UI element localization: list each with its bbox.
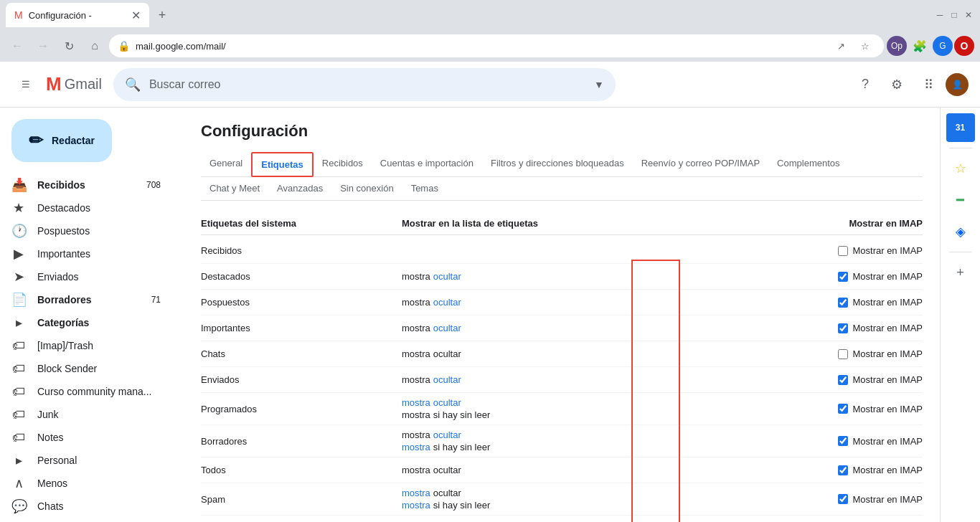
sidebar-item-destacados[interactable]: ★ Destacados [0, 196, 172, 219]
sidebar-item-importantes[interactable]: ▶ Importantes [0, 242, 172, 265]
calendar-panel-button[interactable]: 31 [946, 113, 975, 142]
right-panel-divider-1 [949, 148, 972, 148]
new-tab-button[interactable]: + [152, 5, 172, 25]
menu-button[interactable]: ☰ [11, 70, 40, 99]
tab-filtros[interactable]: Filtros y direcciones bloqueadas [482, 152, 633, 177]
imap-checkbox-pospuestos[interactable] [838, 298, 848, 308]
sidebar-item-pospuestos[interactable]: 🕐 Pospuestos [0, 219, 172, 242]
account-avatar[interactable]: 👤 [946, 73, 969, 96]
show-link-spam[interactable]: mostra [402, 488, 430, 498]
minimize-button[interactable]: ─ [934, 9, 946, 21]
tab-chat-meet[interactable]: Chat y Meet [201, 177, 268, 201]
extensions-icon[interactable]: 🧩 [908, 34, 931, 57]
show-link2-borradores[interactable]: mostra [402, 442, 430, 452]
imap-checkbox-enviados[interactable] [838, 375, 848, 385]
hide-link-destacados[interactable]: ocultar [433, 271, 461, 282]
sidebar-item-chats[interactable]: 💬 Chats [0, 495, 172, 518]
show-link-destacados[interactable]: mostra [402, 271, 430, 282]
search-dropdown-icon[interactable]: ▼ [594, 79, 604, 90]
home-button[interactable]: ⌂ [83, 34, 106, 57]
tab-cuentas[interactable]: Cuentas e importación [372, 152, 482, 177]
hide-link-enviados[interactable]: ocultar [433, 374, 461, 385]
show-link-todos[interactable]: mostra [402, 465, 430, 475]
add-panel-button[interactable]: + [946, 258, 975, 287]
reload-button[interactable]: ↻ [57, 34, 80, 57]
maximize-button[interactable]: □ [948, 9, 960, 21]
search-input[interactable] [149, 78, 585, 91]
sidebar-item-recibidos[interactable]: 📥 Recibidos 708 [0, 174, 172, 196]
help-button[interactable]: ? [851, 70, 880, 99]
inbox-icon: 📥 [11, 177, 26, 193]
imap-checkbox-destacados[interactable] [838, 272, 848, 282]
bookmark-icon[interactable]: ☆ [855, 36, 875, 56]
hide-link-pospuestos[interactable]: ocultar [433, 297, 461, 308]
ocultar-text-spam[interactable]: ocultar [433, 488, 461, 498]
hide-link-importantes[interactable]: ocultar [433, 323, 461, 333]
address-bar[interactable]: 🔒 mail.google.com/mail/ ↗ ☆ [109, 34, 884, 57]
tab-recibidos[interactable]: Recibidos [314, 152, 372, 177]
hide-link-borradores[interactable]: ocultar [433, 430, 461, 440]
sidebar-item-categorias[interactable]: ▸ Categorías [0, 311, 172, 334]
tab-avanzadas[interactable]: Avanzadas [268, 177, 331, 201]
tab-general[interactable]: General [201, 152, 251, 177]
tasks-panel-button[interactable]: ━ [946, 186, 975, 214]
sidebar-label-block-sender: Block Sender [37, 363, 161, 374]
imap-checkbox-importantes[interactable] [838, 323, 848, 333]
imap-checkbox-spam[interactable] [838, 494, 848, 504]
tab-complementos[interactable]: Complementos [768, 152, 848, 177]
imap-checkbox-programados[interactable] [838, 404, 848, 414]
label-row-recibidos: Recibidos Mostrar en IMAP [201, 238, 923, 264]
sidebar-item-curso[interactable]: 🏷 Curso community mana... [0, 380, 172, 403]
show-link-importantes[interactable]: mostra [402, 323, 430, 333]
ocultar-text-chats[interactable]: ocultar [433, 348, 461, 359]
apps-button[interactable]: ⠿ [914, 70, 943, 99]
show-link-chats[interactable]: mostra [402, 348, 430, 359]
ocultar-text-todos[interactable]: ocultar [433, 465, 461, 475]
lock-icon: 🔒 [118, 40, 130, 52]
sidebar-label-curso: Curso community mana... [37, 386, 161, 397]
tab-sin-conexion[interactable]: Sin conexión [331, 177, 402, 201]
show-link-pospuestos[interactable]: mostra [402, 297, 430, 308]
opera-button[interactable]: O [954, 36, 974, 56]
tab-temas[interactable]: Temas [402, 177, 447, 201]
imap-checkbox-recibidos[interactable] [838, 246, 848, 256]
show-link2-programados[interactable]: mostra [402, 409, 430, 420]
show-link2-spam[interactable]: mostra [402, 500, 430, 511]
show-link-borradores[interactable]: mostra [402, 430, 430, 440]
search-box[interactable]: 🔍 ▼ [113, 68, 616, 101]
tab-etiquetas[interactable]: Etiquetas [251, 152, 314, 177]
opera-profile-icon[interactable]: Op [887, 36, 907, 56]
forward-button[interactable]: → [32, 34, 55, 57]
browser-tab[interactable]: M Configuración - ✕ [6, 3, 149, 27]
imap-label-recibidos: Mostrar en IMAP [852, 245, 923, 256]
sidebar-label-categorias: Categorías [37, 317, 161, 328]
sidebar-item-notes[interactable]: 🏷 Notes [0, 426, 172, 449]
imap-checkbox-borradores[interactable] [838, 436, 848, 446]
close-button[interactable]: ✕ [963, 9, 974, 21]
hide-link-programados[interactable]: ocultar [433, 397, 461, 408]
sidebar-item-borradores[interactable]: 📄 Borradores 71 [0, 288, 172, 311]
imap-checkbox-chats[interactable] [838, 349, 848, 359]
sidebar-item-enviados[interactable]: ➤ Enviados [0, 265, 172, 288]
show-link-programados[interactable]: mostra [402, 397, 430, 408]
tab-reenvio[interactable]: Reenvío y correo POP/IMAP [633, 152, 768, 177]
sidebar-item-imap-trash[interactable]: 🏷 [Imap]/Trash [0, 334, 172, 357]
tab-close-button[interactable]: ✕ [131, 9, 141, 22]
compose-button[interactable]: ✏ Redactar [11, 119, 112, 162]
imap-checkbox-todos[interactable] [838, 465, 848, 475]
sidebar-item-junk[interactable]: 🏷 Junk [0, 403, 172, 426]
extra-text-programados: si hay sin leer [433, 409, 490, 420]
label-row-programados: Programados mostra ocultar mostra si hay… [201, 393, 923, 425]
contacts-panel-button[interactable]: ☆ [946, 154, 975, 183]
external-link-icon[interactable]: ↗ [831, 36, 851, 56]
sidebar-item-personal[interactable]: ▸ Personal [0, 449, 172, 472]
sidebar-item-menos[interactable]: ∧ Menos [0, 472, 172, 495]
show-link-enviados[interactable]: mostra [402, 374, 430, 385]
sidebar-item-programados[interactable]: 🕐 Programados [0, 518, 172, 522]
user-avatar[interactable]: G [933, 36, 953, 56]
dropbox-panel-button[interactable]: ◈ [946, 217, 975, 246]
sidebar-item-block-sender[interactable]: 🏷 Block Sender [0, 357, 172, 380]
label-imap-programados: Mostrar en IMAP [779, 404, 923, 414]
settings-button[interactable]: ⚙ [882, 70, 911, 99]
back-button[interactable]: ← [6, 34, 29, 57]
